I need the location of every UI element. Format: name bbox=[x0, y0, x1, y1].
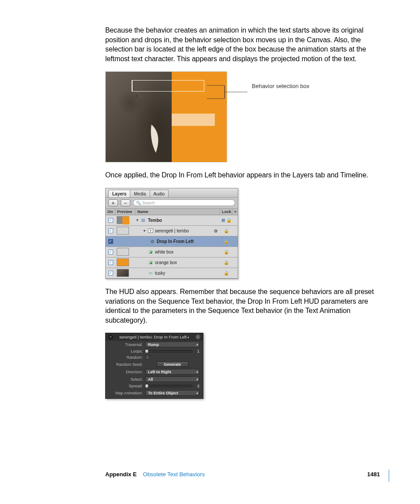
add-button[interactable]: + bbox=[108, 199, 118, 206]
search-placeholder: Search bbox=[142, 201, 155, 205]
text-icon: T bbox=[148, 228, 153, 233]
hud-title-bar[interactable]: ✕ serengeti | tembo: Drop In From Left i bbox=[106, 333, 203, 341]
stack-icon[interactable]: ▦ bbox=[221, 218, 225, 223]
layer-name: white box bbox=[155, 250, 173, 254]
layer-name: orange box bbox=[155, 260, 177, 265]
layer-name: tusky bbox=[155, 271, 165, 276]
disclosure-triangle[interactable]: ▼ bbox=[136, 218, 139, 222]
direction-select[interactable]: Left to Right bbox=[145, 369, 199, 375]
search-icon: 🔍 bbox=[136, 201, 141, 205]
random-seed-label: Random Seed: bbox=[109, 362, 143, 367]
col-name[interactable]: Name bbox=[136, 209, 220, 215]
col-on[interactable]: On bbox=[106, 209, 115, 215]
figure-canvas: Behavior selection box bbox=[105, 71, 380, 162]
visibility-checkbox[interactable] bbox=[108, 239, 113, 244]
thumbnail bbox=[117, 216, 129, 224]
layer-row-shape[interactable]: ◪white box 🔒 bbox=[106, 247, 238, 258]
chapter-title: Obsolete Text Behaviors bbox=[143, 471, 205, 478]
footer-rule bbox=[389, 470, 389, 482]
traversal-select[interactable]: Ramp bbox=[145, 342, 199, 347]
loops-slider[interactable]: 1 bbox=[145, 349, 199, 353]
remove-button[interactable]: – bbox=[121, 199, 130, 206]
lock-icon[interactable]: 🔒 bbox=[224, 271, 229, 276]
thumbnail bbox=[117, 269, 129, 277]
image-icon: ▭ bbox=[148, 271, 153, 275]
white-box bbox=[172, 114, 215, 126]
behavior-gear-icon[interactable]: ✿ bbox=[214, 228, 217, 233]
hud-title[interactable]: serengeti | tembo: Drop In From Left bbox=[113, 335, 195, 339]
layer-name: Drop In From Left bbox=[157, 239, 194, 244]
layers-panel: Layers Media Audio + – 🔍 Search On Previ… bbox=[105, 188, 238, 279]
spread-slider[interactable]: 2 bbox=[145, 384, 199, 388]
traversal-label: Traversal: bbox=[109, 342, 143, 347]
behavior-selection-box bbox=[132, 80, 204, 92]
gear-icon: ✿ bbox=[150, 239, 155, 243]
direction-label: Direction: bbox=[109, 370, 143, 374]
thumbnail bbox=[117, 258, 129, 266]
visibility-checkbox[interactable] bbox=[108, 250, 113, 254]
layer-row-behavior[interactable]: ✿Drop In From Left 🔒 bbox=[106, 236, 238, 247]
col-end[interactable]: > bbox=[232, 209, 238, 215]
col-preview[interactable]: Preview bbox=[115, 209, 136, 215]
layer-name: serengeti | tembo bbox=[155, 228, 189, 233]
disclosure-triangle[interactable]: ▼ bbox=[143, 229, 146, 233]
column-header: On Preview Name Lock > bbox=[106, 209, 238, 215]
visibility-checkbox[interactable] bbox=[108, 218, 113, 223]
tusk-shape bbox=[148, 125, 167, 155]
close-icon[interactable]: ✕ bbox=[108, 335, 113, 339]
lock-icon[interactable]: 🔒 bbox=[224, 239, 229, 244]
hud-panel: ✕ serengeti | tembo: Drop In From Left i… bbox=[105, 333, 203, 399]
map-animation-select[interactable]: To Entire Object bbox=[145, 390, 199, 396]
group-icon: ▤ bbox=[141, 218, 146, 222]
layer-row-group[interactable]: ▼▤Tembo ▦🔒 bbox=[106, 215, 238, 226]
generate-button[interactable]: Generate bbox=[157, 361, 188, 367]
info-icon[interactable]: i bbox=[195, 335, 200, 339]
visibility-checkbox[interactable] bbox=[108, 271, 113, 276]
spread-value: 2 bbox=[195, 384, 199, 388]
page-footer: Appendix E Obsolete Text Behaviors 1481 bbox=[105, 471, 380, 478]
random-label: Random: bbox=[109, 355, 143, 360]
col-lock[interactable]: Lock bbox=[220, 209, 232, 215]
thumbnail bbox=[117, 248, 129, 256]
lock-icon[interactable]: 🔒 bbox=[224, 228, 229, 233]
loops-value: 1 bbox=[195, 349, 199, 353]
tab-layers[interactable]: Layers bbox=[108, 190, 130, 197]
appendix-label: Appendix E bbox=[105, 471, 137, 478]
page-number: 1481 bbox=[367, 471, 380, 478]
loops-label: Loops: bbox=[109, 349, 143, 353]
layer-name: Tembo bbox=[148, 218, 162, 223]
random-checkbox[interactable] bbox=[145, 355, 150, 360]
panel-tabs: Layers Media Audio bbox=[106, 188, 238, 198]
select-label: Select: bbox=[109, 377, 143, 382]
lock-icon[interactable]: 🔒 bbox=[226, 218, 232, 223]
layer-row-shape[interactable]: ◪orange box 🔒 bbox=[106, 258, 238, 268]
callout-label: Behavior selection box bbox=[252, 83, 309, 89]
select-select[interactable]: All bbox=[145, 376, 199, 382]
thumbnail bbox=[117, 227, 129, 235]
search-field[interactable]: 🔍 Search bbox=[133, 199, 235, 206]
lock-icon[interactable]: 🔒 bbox=[224, 250, 229, 254]
paragraph-3: The HUD also appears. Remember that beca… bbox=[105, 287, 380, 325]
visibility-checkbox[interactable] bbox=[108, 260, 113, 265]
paragraph-1: Because the behavior creates an animatio… bbox=[105, 26, 380, 63]
shape-icon: ◪ bbox=[148, 260, 153, 265]
layer-row-image[interactable]: ▭tusky 🔒 bbox=[106, 268, 238, 279]
map-animation-label: Map Animation: bbox=[109, 391, 143, 395]
spread-label: Spread: bbox=[109, 384, 143, 388]
paragraph-2: Once applied, the Drop In From Left beha… bbox=[105, 170, 380, 180]
shape-icon: ◪ bbox=[148, 250, 153, 254]
tab-media[interactable]: Media bbox=[130, 190, 150, 197]
callout: Behavior selection box bbox=[231, 71, 323, 98]
tab-audio[interactable]: Audio bbox=[150, 190, 169, 197]
lock-icon[interactable]: 🔒 bbox=[224, 260, 229, 265]
layer-row-text[interactable]: ▼Tserengeti | tembo✿ 🔒 bbox=[106, 226, 238, 236]
visibility-checkbox[interactable] bbox=[108, 228, 113, 233]
